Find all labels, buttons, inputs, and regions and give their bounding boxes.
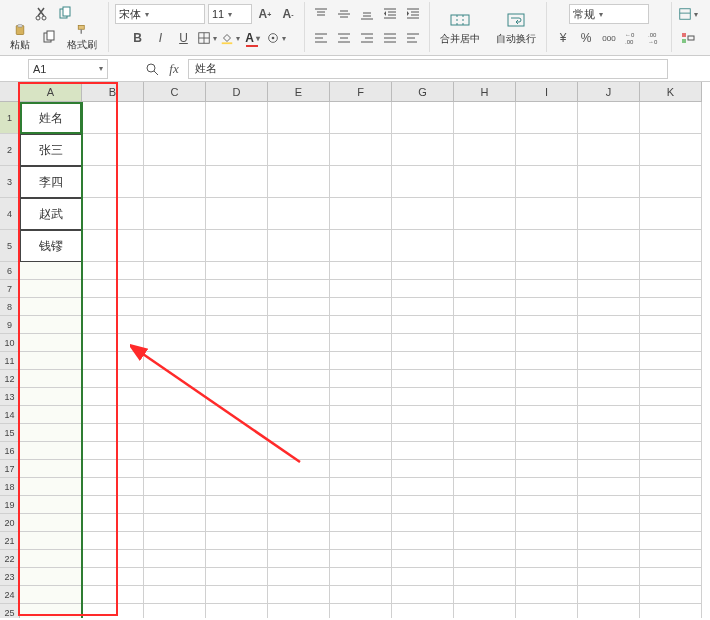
cell[interactable] (392, 334, 454, 352)
cell[interactable] (20, 514, 82, 532)
cell[interactable] (330, 370, 392, 388)
cell[interactable] (20, 460, 82, 478)
cell[interactable] (206, 388, 268, 406)
cell[interactable] (640, 550, 702, 568)
cell[interactable] (82, 102, 144, 134)
cell[interactable] (454, 298, 516, 316)
cell[interactable] (330, 280, 392, 298)
cell[interactable] (82, 134, 144, 166)
cell[interactable] (206, 478, 268, 496)
cell[interactable] (82, 352, 144, 370)
cell[interactable] (640, 102, 702, 134)
cell[interactable] (454, 370, 516, 388)
cell[interactable] (454, 442, 516, 460)
copy-2-icon[interactable] (39, 28, 59, 48)
cell[interactable] (330, 102, 392, 134)
cell[interactable] (516, 388, 578, 406)
cell[interactable] (392, 388, 454, 406)
currency-button[interactable]: ¥ (553, 28, 573, 48)
cell[interactable] (206, 496, 268, 514)
cell[interactable] (206, 424, 268, 442)
cell[interactable] (454, 352, 516, 370)
cell[interactable] (454, 230, 516, 262)
row-header[interactable]: 20 (0, 514, 20, 532)
cell[interactable] (20, 370, 82, 388)
cell[interactable] (516, 604, 578, 618)
cell[interactable] (392, 514, 454, 532)
cell[interactable] (144, 460, 206, 478)
cell[interactable] (268, 352, 330, 370)
cell[interactable] (640, 442, 702, 460)
cell[interactable] (516, 532, 578, 550)
column-header[interactable]: D (206, 82, 268, 102)
cell[interactable] (82, 514, 144, 532)
cell[interactable] (82, 198, 144, 230)
row-header[interactable]: 2 (0, 134, 20, 166)
column-header[interactable]: J (578, 82, 640, 102)
bold-button[interactable]: B (128, 28, 148, 48)
cell[interactable] (454, 388, 516, 406)
cell[interactable] (144, 230, 206, 262)
cell[interactable] (330, 586, 392, 604)
cell[interactable] (516, 262, 578, 280)
cell[interactable] (268, 406, 330, 424)
row-header[interactable]: 14 (0, 406, 20, 424)
cell[interactable] (330, 166, 392, 198)
cell[interactable] (578, 442, 640, 460)
cell[interactable] (392, 424, 454, 442)
cell[interactable] (20, 586, 82, 604)
cell[interactable] (578, 166, 640, 198)
cell[interactable] (206, 230, 268, 262)
cell[interactable] (82, 568, 144, 586)
cell[interactable] (206, 166, 268, 198)
cell[interactable] (640, 316, 702, 334)
cell[interactable] (268, 198, 330, 230)
cell[interactable] (144, 586, 206, 604)
cell[interactable] (144, 514, 206, 532)
cell[interactable] (578, 262, 640, 280)
column-header[interactable]: F (330, 82, 392, 102)
row-header[interactable]: 11 (0, 352, 20, 370)
cell[interactable] (578, 514, 640, 532)
conditional-format-icon[interactable] (678, 28, 698, 48)
cell[interactable] (392, 198, 454, 230)
cell[interactable] (206, 334, 268, 352)
cell[interactable] (206, 532, 268, 550)
align-right-icon[interactable] (357, 28, 377, 48)
cell[interactable] (640, 280, 702, 298)
cell[interactable] (20, 298, 82, 316)
cell[interactable] (578, 496, 640, 514)
cell[interactable] (268, 280, 330, 298)
row-header[interactable]: 16 (0, 442, 20, 460)
number-format-combo[interactable]: 常规▾ (569, 4, 649, 24)
row-header[interactable]: 19 (0, 496, 20, 514)
cell[interactable] (268, 334, 330, 352)
cell[interactable] (82, 424, 144, 442)
percent-button[interactable]: % (576, 28, 596, 48)
cell[interactable] (330, 514, 392, 532)
align-center-icon[interactable] (334, 28, 354, 48)
row-header[interactable]: 8 (0, 298, 20, 316)
cell[interactable] (330, 406, 392, 424)
cell[interactable] (206, 604, 268, 618)
cell[interactable] (640, 166, 702, 198)
row-header[interactable]: 3 (0, 166, 20, 198)
cell[interactable] (578, 316, 640, 334)
row-header[interactable]: 13 (0, 388, 20, 406)
cell[interactable] (640, 352, 702, 370)
cell[interactable] (20, 550, 82, 568)
cell[interactable] (82, 442, 144, 460)
font-color-button[interactable]: A▾ (243, 28, 263, 48)
cell[interactable] (268, 230, 330, 262)
cell[interactable] (640, 230, 702, 262)
row-header[interactable]: 12 (0, 370, 20, 388)
cell[interactable] (392, 550, 454, 568)
cell[interactable] (144, 532, 206, 550)
cell[interactable] (516, 280, 578, 298)
cell[interactable] (640, 478, 702, 496)
cell[interactable] (330, 532, 392, 550)
cell[interactable] (268, 478, 330, 496)
cell[interactable] (206, 198, 268, 230)
cell[interactable] (330, 496, 392, 514)
cell[interactable] (454, 550, 516, 568)
